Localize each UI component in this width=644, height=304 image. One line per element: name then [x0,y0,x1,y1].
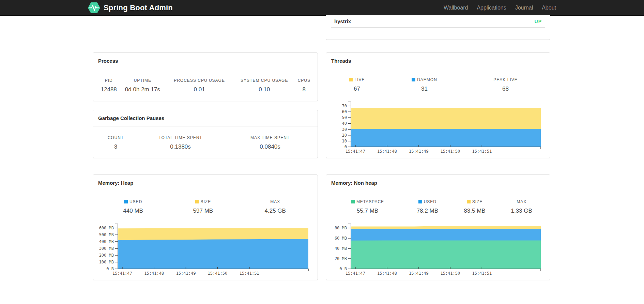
application-name[interactable]: hystrix [334,18,351,24]
svg-text:10: 10 [342,139,347,143]
svg-text:15:41:49: 15:41:49 [409,271,429,276]
panel-title: Process [93,53,318,69]
metric-label: CPUS [296,78,312,86]
metric-value: 12488 [98,86,119,93]
process-panel: Process PIDUPTIMEPROCESS CPU USAGESYSTEM… [93,52,318,101]
metric-value: 8 [296,86,312,93]
navbar-container: Spring Boot Admin WallboardApplicationsJ… [88,0,556,15]
threads-chart: 01020304050607015:41:4715:41:4815:41:491… [331,97,546,157]
metric-value: 4.25 GB [238,208,313,214]
svg-text:15:41:51: 15:41:51 [472,149,492,154]
legend-swatch [412,78,415,81]
threads-panel-body: LIVEDAEMONPEAK LIVE673168 01020304050607… [326,77,550,157]
svg-text:70: 70 [342,104,347,108]
gc-panel: Garbage Collection Pauses COUNTTOTAL TIM… [93,110,318,158]
metric-label: PROCESS CPU USAGE [166,78,233,86]
memory-heap-panel: Memory: Heap USEDSIZEMAX440 MB597 MB4.25… [93,174,318,280]
metric-label: SYSTEM CPU USAGE [233,78,296,86]
status-badge: UP [535,19,542,24]
svg-text:60: 60 [342,109,347,114]
svg-text:15:41:50: 15:41:50 [440,149,460,154]
metric-value: 78.2 MB [404,208,451,214]
metric-label: USED [98,199,168,208]
metric-value: 0d 0h 2m 17s [119,86,166,93]
legend-swatch [124,200,128,203]
gc-metrics: COUNTTOTAL TIME SPENTMAX TIME SPENT30.13… [98,135,312,150]
gc-panel-body: COUNTTOTAL TIME SPENTMAX TIME SPENT30.13… [93,135,318,150]
nav-item-journal[interactable]: Journal [511,0,537,15]
metric-label: TOTAL TIME SPENT [133,135,228,143]
nonheap-chart: 0 B20 MB40 MB60 MB80 MB15:41:4715:41:481… [331,219,546,279]
metric-label: COUNT [98,135,133,143]
metric-value: 3 [98,143,133,150]
metric-value: 0.01 [166,86,233,93]
svg-text:15:41:48: 15:41:48 [144,271,164,276]
svg-text:40 MB: 40 MB [335,246,347,251]
svg-text:50: 50 [342,115,347,120]
brand-title: Spring Boot Admin [104,3,173,12]
panel-title: Memory: Heap [93,175,318,191]
metric-value: 31 [383,86,466,92]
process-metrics: PIDUPTIMEPROCESS CPU USAGESYSTEM CPU USA… [98,78,312,93]
svg-text:15:41:51: 15:41:51 [240,271,259,276]
metric-value: 1.33 GB [498,208,545,214]
svg-text:60 MB: 60 MB [335,236,347,241]
svg-text:15:41:49: 15:41:49 [176,271,196,276]
svg-text:0 B: 0 B [339,267,347,271]
legend-swatch [467,200,471,203]
memory-nonheap-panel: Memory: Non heap METASPACEUSEDSIZEMAX55.… [326,174,550,280]
svg-text:15:41:47: 15:41:47 [346,271,365,276]
metric-value: 597 MB [168,208,238,214]
threads-panel: Threads LIVEDAEMONPEAK LIVE673168 010203… [326,52,550,158]
svg-text:20: 20 [342,133,347,138]
svg-text:15:41:51: 15:41:51 [472,271,492,276]
svg-text:300 MB: 300 MB [99,246,114,251]
metric-value: 0.0840s [228,143,312,150]
application-status-panel: hystrix UP [326,15,550,40]
metric-label: DAEMON [383,77,466,86]
legend-swatch [349,78,353,81]
metric-value: 0.1380s [133,143,228,150]
svg-text:100 MB: 100 MB [99,260,114,264]
nav-item-wallboard[interactable]: Wallboard [439,0,472,15]
metric-value: 0.10 [233,86,296,93]
svg-text:0: 0 [344,145,347,149]
navbar: Spring Boot Admin WallboardApplicationsJ… [0,0,644,16]
svg-text:15:41:48: 15:41:48 [377,149,397,154]
svg-text:30: 30 [342,127,347,132]
metric-label: MAX [498,199,545,208]
svg-text:20 MB: 20 MB [335,256,347,261]
svg-text:40: 40 [342,121,347,126]
svg-text:15:41:50: 15:41:50 [440,271,460,276]
metric-label: SIZE [451,199,499,208]
metric-value: 83.5 MB [451,208,499,214]
metric-value: 55.7 MB [331,208,404,214]
process-panel-body: PIDUPTIMEPROCESS CPU USAGESYSTEM CPU USA… [93,78,318,93]
heap-legend: USEDSIZEMAX440 MB597 MB4.25 GB [98,199,312,214]
nonheap-panel-body: METASPACEUSEDSIZEMAX55.7 MB78.2 MB83.5 M… [326,199,550,279]
svg-text:200 MB: 200 MB [99,253,114,258]
panel-title: Threads [326,53,550,69]
metric-label: PID [98,78,119,86]
navbar-menu: WallboardApplicationsJournalAbout [439,0,556,15]
panel-title: Garbage Collection Pauses [93,110,318,126]
nav-item-about[interactable]: About [537,0,556,15]
metric-label: SIZE [168,199,238,208]
heap-chart: 0 B100 MB200 MB300 MB400 MB500 MB600 MB1… [98,219,313,279]
svg-text:15:41:47: 15:41:47 [112,271,132,276]
svg-text:15:41:49: 15:41:49 [409,149,429,154]
metric-label: UPTIME [119,78,166,86]
metric-value: 68 [466,86,545,92]
metric-label: USED [404,199,451,208]
svg-text:400 MB: 400 MB [99,239,114,244]
application-row[interactable]: hystrix UP [331,15,545,28]
nav-item-applications[interactable]: Applications [472,0,510,15]
svg-text:15:41:48: 15:41:48 [377,271,397,276]
svg-text:500 MB: 500 MB [99,232,114,237]
svg-text:15:41:50: 15:41:50 [208,271,227,276]
legend-swatch [195,200,199,203]
legend-swatch [418,200,422,203]
metric-label: MAX [238,199,313,208]
metric-label: PEAK LIVE [466,77,545,86]
brand-link[interactable]: Spring Boot Admin [88,2,173,14]
